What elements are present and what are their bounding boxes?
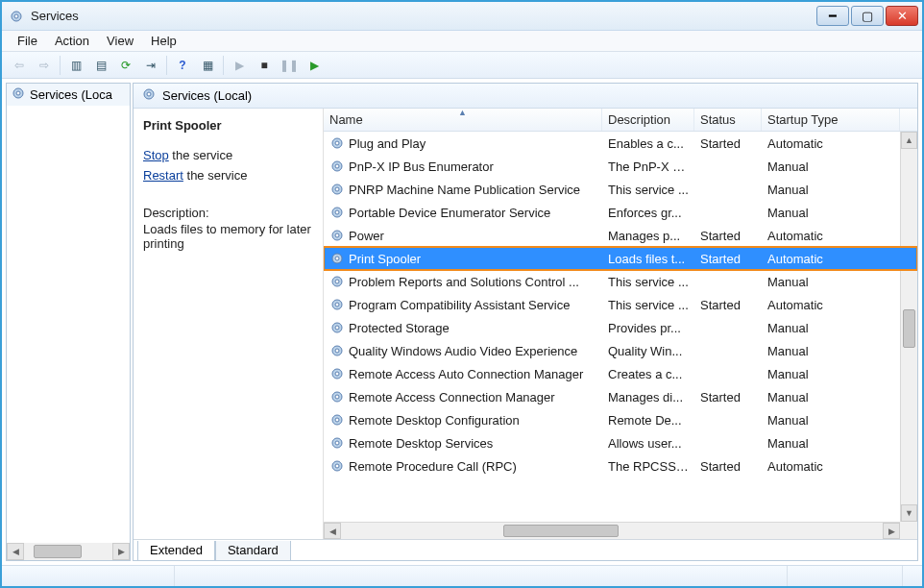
column-status[interactable]: Status bbox=[694, 109, 762, 131]
scroll-down-icon[interactable]: ▼ bbox=[901, 504, 917, 522]
service-row[interactable]: PnP-X IP Bus EnumeratorThe PnP-X b...Man… bbox=[324, 155, 917, 178]
service-description: This service ... bbox=[602, 298, 694, 312]
svg-point-15 bbox=[335, 233, 339, 237]
restart-service-button[interactable]: ▶ bbox=[303, 55, 326, 76]
service-icon bbox=[329, 343, 345, 358]
view-tabs: Extended Standard bbox=[134, 539, 917, 560]
stop-service-link[interactable]: Stop bbox=[143, 148, 169, 162]
service-description: Provides pr... bbox=[602, 321, 694, 335]
services-node-icon bbox=[11, 86, 26, 104]
service-icon bbox=[329, 274, 345, 289]
properties-button[interactable]: ▤ bbox=[89, 55, 112, 76]
service-name: Plug and Play bbox=[349, 136, 426, 151]
maximize-button[interactable]: ▢ bbox=[851, 6, 884, 26]
scroll-thumb[interactable] bbox=[503, 525, 619, 537]
start-service-button[interactable]: ▶ bbox=[228, 55, 251, 76]
column-description[interactable]: Description bbox=[602, 109, 694, 131]
tab-extended[interactable]: Extended bbox=[137, 541, 215, 561]
service-row[interactable]: Protected StorageProvides pr...Manual bbox=[324, 316, 917, 339]
menu-help[interactable]: Help bbox=[143, 32, 184, 50]
menu-view[interactable]: View bbox=[99, 32, 141, 50]
service-row[interactable]: PowerManages p...StartedAutomatic bbox=[324, 224, 917, 247]
service-startup-type: Manual bbox=[762, 344, 900, 358]
service-name: Remote Procedure Call (RPC) bbox=[349, 459, 517, 474]
svg-point-21 bbox=[335, 303, 339, 306]
service-status: Started bbox=[694, 459, 762, 474]
export-list-button[interactable]: ⇥ bbox=[139, 55, 162, 76]
service-name: Remote Desktop Services bbox=[349, 436, 493, 451]
pause-service-button[interactable]: ❚❚ bbox=[278, 55, 301, 76]
menu-action[interactable]: Action bbox=[47, 32, 97, 50]
tree-root-services[interactable]: Services (Loca bbox=[7, 84, 130, 106]
service-row[interactable]: Problem Reports and Solutions Control ..… bbox=[324, 270, 917, 293]
scroll-corner bbox=[900, 522, 917, 539]
scroll-left-icon[interactable]: ◀ bbox=[324, 523, 341, 539]
service-startup-type: Automatic bbox=[762, 459, 900, 474]
service-description: Manages p... bbox=[602, 229, 694, 243]
service-row[interactable]: Plug and PlayEnables a c...StartedAutoma… bbox=[324, 132, 917, 155]
svg-point-5 bbox=[147, 92, 151, 96]
tab-standard[interactable]: Standard bbox=[215, 541, 291, 561]
service-row[interactable]: Remote Access Auto Connection ManagerCre… bbox=[324, 362, 917, 385]
minimize-button[interactable]: ━ bbox=[816, 6, 849, 26]
service-row[interactable]: Remote Desktop ServicesAllows user...Man… bbox=[324, 431, 917, 454]
service-description: This service ... bbox=[602, 183, 694, 197]
horizontal-scrollbar[interactable]: ◀ ▶ bbox=[324, 522, 900, 539]
service-status: Started bbox=[694, 229, 762, 243]
service-row[interactable]: Remote Procedure Call (RPC)The RPCSS s..… bbox=[324, 454, 917, 478]
service-startup-type: Manual bbox=[762, 275, 900, 289]
service-row[interactable]: Print SpoolerLoads files t...StartedAuto… bbox=[324, 247, 917, 270]
svg-point-11 bbox=[335, 187, 339, 191]
svg-point-13 bbox=[335, 210, 339, 214]
service-row[interactable]: Portable Device Enumerator ServiceEnforc… bbox=[324, 201, 917, 224]
column-startup-type[interactable]: Startup Type bbox=[762, 109, 900, 131]
service-row[interactable]: PNRP Machine Name Publication ServiceThi… bbox=[324, 178, 917, 201]
play-icon: ▶ bbox=[235, 59, 244, 72]
scroll-left-icon[interactable]: ◀ bbox=[7, 543, 24, 560]
service-row[interactable]: Quality Windows Audio Video ExperienceQu… bbox=[324, 339, 917, 362]
stop-service-button[interactable]: ■ bbox=[253, 55, 276, 76]
svg-point-27 bbox=[335, 372, 339, 376]
service-name: Print Spooler bbox=[349, 252, 421, 266]
service-name: PnP-X IP Bus Enumerator bbox=[349, 159, 494, 174]
svg-point-25 bbox=[335, 349, 339, 353]
service-row[interactable]: Program Compatibility Assistant ServiceT… bbox=[324, 293, 917, 316]
menu-file[interactable]: File bbox=[10, 32, 45, 50]
vertical-scrollbar[interactable]: ▲ ▼ bbox=[900, 132, 917, 522]
description-label: Description: bbox=[143, 206, 313, 220]
service-name: Remote Access Connection Manager bbox=[349, 390, 555, 404]
service-row[interactable]: Remote Desktop ConfigurationRemote De...… bbox=[324, 408, 917, 431]
scroll-up-icon[interactable]: ▲ bbox=[901, 132, 917, 149]
refresh-button[interactable]: ⟳ bbox=[114, 55, 137, 76]
scroll-track[interactable] bbox=[901, 149, 917, 504]
service-name: Remote Desktop Configuration bbox=[349, 413, 520, 428]
right-header-label: Services (Local) bbox=[162, 88, 252, 103]
help-button[interactable]: ? bbox=[171, 55, 194, 76]
service-name: Portable Device Enumerator Service bbox=[349, 206, 550, 220]
show-hide-tree-button[interactable]: ▥ bbox=[64, 55, 87, 76]
close-icon: ✕ bbox=[897, 10, 908, 22]
scroll-right-icon[interactable]: ▶ bbox=[112, 543, 130, 560]
services-window: Services ━ ▢ ✕ File Action View Help ⇦ ⇨… bbox=[0, 0, 924, 588]
show-hide-action-pane-button[interactable]: ▦ bbox=[196, 55, 219, 76]
scroll-thumb[interactable] bbox=[34, 545, 82, 558]
restart-service-link[interactable]: Restart bbox=[143, 168, 183, 183]
service-description: Quality Win... bbox=[602, 344, 694, 358]
back-button[interactable]: ⇦ bbox=[8, 55, 31, 76]
titlebar: Services ━ ▢ ✕ bbox=[2, 2, 922, 31]
service-status: Started bbox=[694, 136, 762, 151]
service-startup-type: Automatic bbox=[762, 298, 900, 312]
scroll-track[interactable] bbox=[24, 543, 112, 560]
scroll-thumb[interactable] bbox=[903, 309, 915, 348]
service-description: Allows user... bbox=[602, 436, 694, 451]
forward-button[interactable]: ⇨ bbox=[33, 55, 56, 76]
column-name[interactable]: Name ▲ bbox=[324, 109, 602, 131]
close-button[interactable]: ✕ bbox=[886, 6, 918, 26]
scroll-right-icon[interactable]: ▶ bbox=[883, 523, 900, 539]
service-row[interactable]: Remote Access Connection ManagerManages … bbox=[324, 385, 917, 408]
console-tree: Services (Loca ◀ ▶ bbox=[6, 83, 131, 561]
scroll-track[interactable] bbox=[341, 523, 883, 539]
tree-horizontal-scrollbar[interactable]: ◀ ▶ bbox=[7, 543, 130, 560]
restart-service-text: the service bbox=[183, 168, 247, 183]
service-icon bbox=[329, 458, 345, 474]
